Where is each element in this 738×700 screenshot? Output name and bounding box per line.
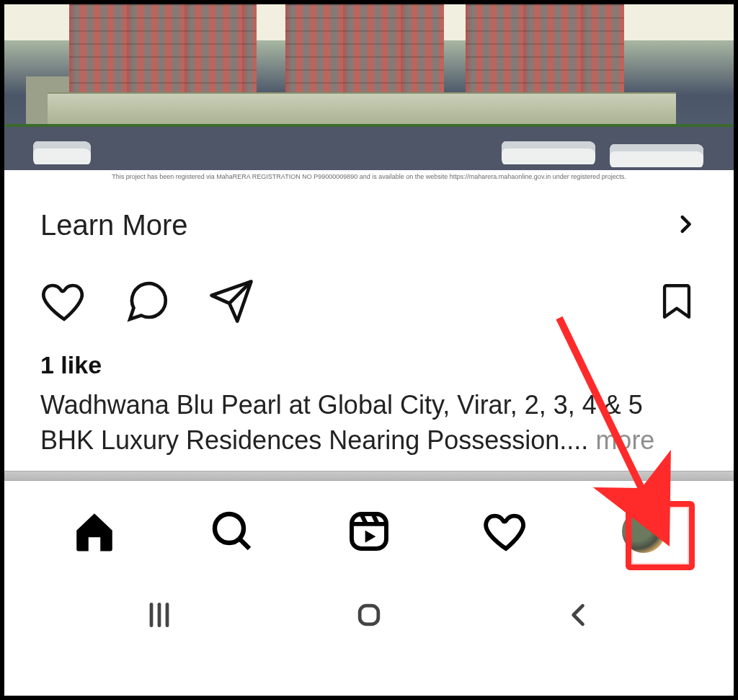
svg-rect-9 <box>360 606 378 624</box>
more-link[interactable]: more <box>595 425 654 455</box>
back-button[interactable] <box>550 597 608 633</box>
svg-point-0 <box>215 514 244 543</box>
post-caption: Wadhwana Blu Pearl at Global City, Virar… <box>4 385 734 471</box>
activity-tab[interactable] <box>477 502 535 560</box>
post-actions <box>4 263 734 335</box>
bottom-tab-bar <box>4 481 734 582</box>
section-divider <box>4 471 734 481</box>
profile-tab[interactable] <box>615 502 672 560</box>
car-decor <box>610 144 703 167</box>
share-icon[interactable] <box>208 278 255 328</box>
search-tab[interactable] <box>203 502 261 560</box>
avatar <box>622 510 665 553</box>
home-button[interactable] <box>340 597 398 633</box>
home-tab[interactable] <box>66 502 123 560</box>
car-decor <box>502 141 595 164</box>
cta-row[interactable]: Learn More <box>4 183 734 263</box>
svg-rect-2 <box>352 514 386 549</box>
caption-text: Wadhwana Blu Pearl at Global City, Virar… <box>40 390 643 455</box>
likes-count[interactable]: 1 like <box>4 335 734 385</box>
cta-label: Learn More <box>40 209 188 242</box>
car-decor <box>33 141 91 164</box>
storefront-decor <box>48 92 676 127</box>
save-icon[interactable] <box>656 278 698 327</box>
comment-icon[interactable] <box>124 278 172 328</box>
recents-button[interactable] <box>130 597 188 633</box>
reels-tab[interactable] <box>340 502 398 560</box>
chevron-right-icon <box>673 212 698 239</box>
image-disclaimer: This project has been registered via Mah… <box>4 170 734 183</box>
system-nav-bar <box>4 582 734 648</box>
like-icon[interactable] <box>40 278 88 328</box>
svg-line-1 <box>239 539 249 549</box>
post-image[interactable] <box>4 4 734 170</box>
